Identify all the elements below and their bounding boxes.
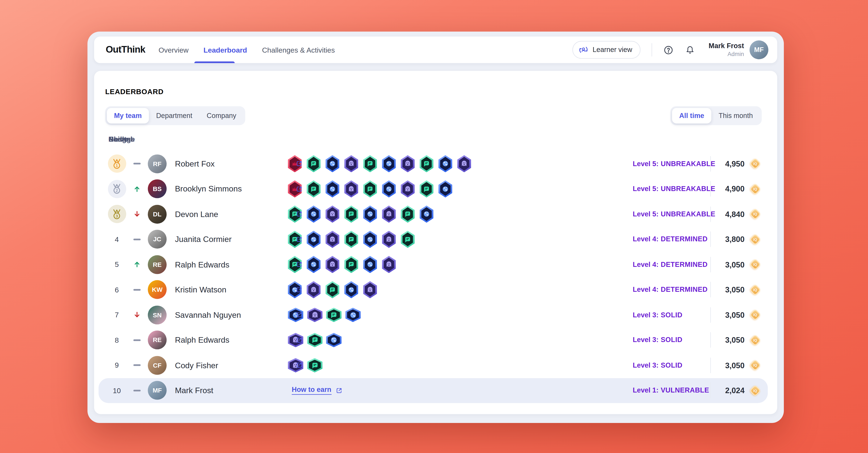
page-background: OutThink Overview Leaderboard Challenges…: [0, 0, 868, 453]
how-to-earn-link[interactable]: [292, 277, 303, 302]
level-cell: Level 3: SOLID: [633, 353, 682, 378]
badge-globe-icon: [382, 180, 396, 198]
help-button[interactable]: [662, 44, 674, 56]
badge-message-icon: [307, 358, 322, 372]
external-link-icon: [335, 387, 342, 394]
badge-globe-icon: [345, 308, 361, 322]
iq-coin-icon: IQ: [750, 259, 761, 270]
level-name: SOLID: [661, 311, 683, 319]
app-header: OutThink Overview Leaderboard Challenges…: [94, 37, 777, 63]
player-name: Mark Frost: [175, 378, 213, 403]
level-label: Level 3:: [633, 311, 658, 319]
level-label: Level 1:: [633, 387, 658, 394]
user-avatar[interactable]: MF: [750, 40, 768, 59]
learner-view-label: Learner view: [593, 46, 632, 54]
how-to-earn-link[interactable]: [292, 227, 303, 252]
external-link-icon: [296, 160, 303, 168]
gold-medal-icon: 1: [108, 155, 126, 173]
how-to-earn-link[interactable]: [292, 151, 303, 176]
badge-globe-icon: [438, 180, 452, 198]
table-row[interactable]: 3 DL Devon Lane Level 5: UNBREAKABLE 4,8…: [105, 202, 766, 227]
table-row[interactable]: 5 RE Ralph Edwards Level 4: DETERMINED 3…: [105, 252, 766, 277]
scope-tabs: My team Department Company: [105, 106, 245, 125]
points-value: 3,050: [684, 302, 744, 327]
svg-text:2: 2: [116, 188, 118, 193]
level-label: Level 4:: [633, 286, 658, 294]
rank-change-indicator: [128, 378, 145, 403]
tab-company[interactable]: Company: [199, 108, 244, 123]
leaderboard-card: LEADERBOARD My team Department Company A…: [94, 71, 777, 414]
level-label: Level 4:: [633, 235, 658, 243]
rank-change-indicator: [128, 328, 145, 353]
nav-tab-overview[interactable]: Overview: [159, 46, 189, 54]
iq-coin-icon: IQ: [750, 158, 761, 169]
tab-my-team[interactable]: My team: [107, 108, 149, 123]
table-row[interactable]: 1 RF Robert Fox Level 5: UNBREAKABLE 4,9…: [105, 151, 766, 176]
table-row[interactable]: 4 JC Juanita Cormier Level 4: DETERMINED…: [105, 227, 766, 252]
table-row[interactable]: 7 SN Savannah Nguyen Level 3: SOLID 3,05…: [105, 302, 766, 327]
avatar: CF: [148, 356, 166, 374]
nav-tab-leaderboard[interactable]: Leaderboard: [204, 46, 247, 54]
learner-view-button[interactable]: Learner view: [572, 41, 641, 59]
badge-globe-icon: [438, 155, 452, 173]
table-row[interactable]: 2 BS Brooklyn Simmons Level 5: UNBREAKAB…: [105, 176, 766, 202]
nav-tab-challenges[interactable]: Challenges & Activities: [262, 46, 335, 54]
badge-list: [288, 227, 420, 252]
silver-medal-icon: 2: [108, 180, 126, 198]
tab-all-time[interactable]: All time: [672, 108, 711, 123]
rank-change-indicator: [128, 302, 145, 327]
bell-icon: [685, 44, 695, 55]
points-value: 2,024: [684, 378, 744, 403]
badge-ghost-icon: [326, 231, 339, 248]
bronze-medal-icon: 3: [108, 205, 126, 223]
time-tabs: All time This month: [671, 106, 762, 125]
how-to-earn-link[interactable]: [292, 176, 303, 202]
table-row[interactable]: 6 KW Kristin Watson Level 4: DETERMINED …: [105, 277, 766, 302]
iq-coin-icon: IQ: [750, 334, 761, 345]
external-link-icon: [296, 210, 303, 218]
badge-globe-icon: [326, 333, 342, 348]
points-value: 3,050: [684, 328, 744, 353]
external-link-icon: [296, 261, 303, 268]
badge-globe-icon: [307, 231, 320, 248]
iq-coin-icon: IQ: [750, 234, 761, 245]
level-label: Level 4:: [633, 261, 658, 268]
badge-globe-icon: [363, 256, 377, 273]
badge-message-icon: [420, 180, 433, 198]
badge-ghost-icon: [307, 281, 320, 298]
how-to-earn-link[interactable]: [292, 302, 303, 327]
how-to-earn-link[interactable]: [292, 252, 303, 277]
how-to-earn-link[interactable]: [292, 353, 303, 378]
points-value: 3,050: [684, 252, 744, 277]
user-role: Admin: [709, 51, 744, 58]
badge-message-icon: [363, 155, 377, 173]
table-row[interactable]: 10 MF Mark Frost How to earn Level 1: VU…: [105, 378, 766, 403]
how-to-earn-link[interactable]: [292, 202, 303, 227]
how-to-earn-label: How to earn: [292, 386, 331, 395]
badge-list: [288, 151, 476, 176]
how-to-earn-link[interactable]: How to earn: [292, 378, 342, 403]
notifications-button[interactable]: [684, 44, 696, 56]
avatar: DL: [148, 205, 166, 223]
badge-message-icon: [344, 256, 358, 273]
rank-cell: 8: [105, 328, 128, 353]
header-divider: [652, 43, 652, 56]
table-row[interactable]: 8 RE Ralph Edwards Level 3: SOLID 3,050 …: [105, 328, 766, 353]
active-tab-underline: [194, 62, 235, 63]
level-name: SOLID: [661, 336, 683, 344]
badge-globe-icon: [382, 155, 396, 173]
page-title: LEADERBOARD: [105, 88, 163, 96]
external-link-icon: [296, 336, 303, 344]
main-nav: Overview Leaderboard Challenges & Activi…: [159, 37, 335, 63]
how-to-earn-link[interactable]: [292, 328, 303, 353]
rank-change-indicator: [128, 353, 145, 378]
badge-globe-icon: [326, 155, 339, 173]
leaderboard-rows: 1 RF Robert Fox Level 5: UNBREAKABLE 4,9…: [105, 151, 766, 403]
player-name: Juanita Cormier: [175, 227, 231, 252]
points-value: 4,900: [684, 176, 744, 202]
tab-department[interactable]: Department: [149, 108, 199, 123]
table-row[interactable]: 9 CF Cody Fisher Level 3: SOLID 3,050 IQ: [105, 353, 766, 378]
level-name: SOLID: [661, 361, 683, 369]
tab-this-month[interactable]: This month: [711, 108, 760, 123]
iq-coin-icon: IQ: [750, 284, 761, 295]
